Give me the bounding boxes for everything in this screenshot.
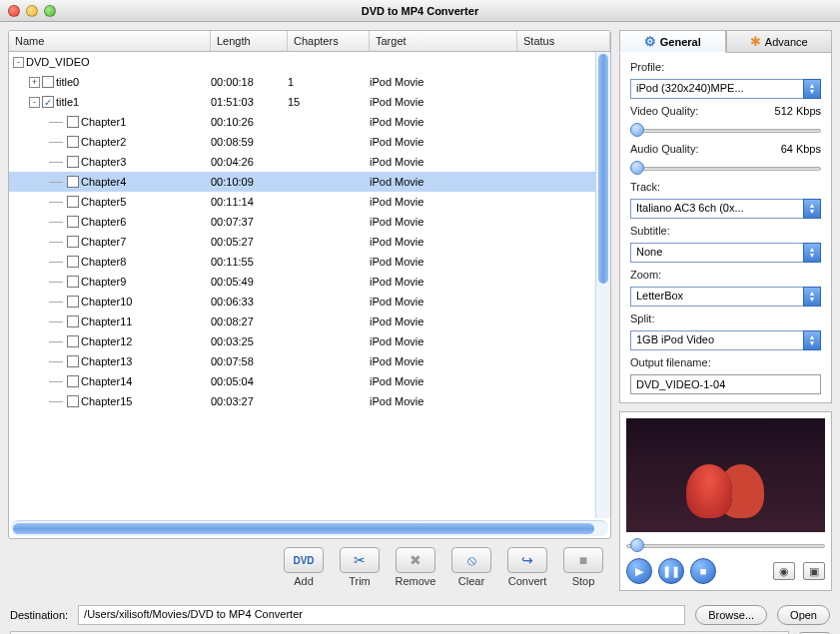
- table-row[interactable]: Chapter800:11:55iPod Movie: [9, 252, 610, 272]
- titlebar: DVD to MP4 Converter: [0, 0, 840, 22]
- checkbox[interactable]: [67, 236, 79, 248]
- track-select[interactable]: Italiano AC3 6ch (0x...▲▼: [630, 199, 821, 219]
- table-row[interactable]: Chapter700:05:27iPod Movie: [9, 232, 610, 252]
- table-row[interactable]: Chapter1500:03:27iPod Movie: [9, 391, 610, 411]
- clear-button[interactable]: ⦸Clear: [447, 547, 495, 587]
- chevron-updown-icon: ▲▼: [803, 330, 821, 350]
- checkbox[interactable]: [67, 296, 79, 308]
- snapshot-button[interactable]: ◉: [773, 562, 795, 580]
- pause-icon: ❚❚: [662, 565, 680, 578]
- preview-seek-slider[interactable]: [626, 538, 825, 552]
- table-row[interactable]: Chapter500:11:14iPod Movie: [9, 192, 610, 212]
- preview-panel: ▶ ❚❚ ■ ◉ ▣: [619, 411, 832, 591]
- profile-label: Profile:: [630, 61, 821, 73]
- video-quality-slider[interactable]: [630, 123, 821, 137]
- zoom-label: Zoom:: [630, 269, 821, 281]
- checkbox[interactable]: [67, 395, 79, 407]
- snapshot-folder-button[interactable]: ▣: [803, 562, 825, 580]
- row-name: title1: [56, 96, 79, 108]
- expand-toggle[interactable]: -: [29, 97, 40, 108]
- settings-panel: Profile: iPod (320x240)MPE...▲▼ Video Qu…: [619, 53, 832, 403]
- table-row[interactable]: Chapter1000:06:33iPod Movie: [9, 292, 610, 312]
- checkbox[interactable]: ✓: [42, 96, 54, 108]
- table-row[interactable]: Chapter400:10:09iPod Movie: [9, 172, 610, 192]
- pause-button[interactable]: ❚❚: [658, 558, 684, 584]
- destination-path[interactable]: /Users/xilisoft/Movies/DVD to MP4 Conver…: [78, 605, 685, 625]
- remove-button[interactable]: ✖Remove: [392, 547, 439, 587]
- table-row[interactable]: Chapter1200:03:25iPod Movie: [9, 331, 610, 351]
- row-name: Chapter15: [81, 395, 132, 407]
- row-name: Chapter12: [81, 335, 132, 347]
- checkbox[interactable]: [67, 335, 79, 347]
- browse-button[interactable]: Browse...: [695, 605, 767, 625]
- split-select[interactable]: 1GB iPod Video▲▼: [630, 330, 821, 350]
- col-status[interactable]: Status: [517, 31, 610, 51]
- add-button[interactable]: DVDAdd: [280, 547, 328, 587]
- source-table: Name Length Chapters Target Status - DVD…: [8, 30, 611, 539]
- checkbox[interactable]: [67, 355, 79, 367]
- table-row[interactable]: -✓ title101:51:0315iPod Movie: [9, 92, 610, 112]
- checkbox[interactable]: [67, 256, 79, 268]
- checkbox[interactable]: [67, 136, 79, 148]
- tree-line-icon: [49, 282, 63, 283]
- row-name: Chapter6: [81, 216, 126, 228]
- chevron-updown-icon: ▲▼: [803, 199, 821, 219]
- checkbox[interactable]: [67, 176, 79, 188]
- profile-select[interactable]: iPod (320x240)MPE...▲▼: [630, 79, 821, 99]
- row-name: Chapter8: [81, 256, 126, 268]
- toolbar: DVDAdd ✂Trim ✖Remove ⦸Clear ↪Convert ■St…: [8, 539, 611, 591]
- stop-button[interactable]: ■Stop: [559, 547, 607, 587]
- table-row[interactable]: - DVD_VIDEO: [9, 52, 610, 72]
- tree-line-icon: [49, 401, 63, 402]
- col-name[interactable]: Name: [9, 31, 211, 51]
- checkbox[interactable]: [67, 196, 79, 208]
- table-row[interactable]: Chapter200:08:59iPod Movie: [9, 132, 610, 152]
- table-header: Name Length Chapters Target Status: [9, 31, 610, 52]
- row-name: Chapter10: [81, 296, 132, 308]
- stop-icon: ■: [700, 565, 707, 577]
- camera-icon: ◉: [779, 565, 789, 578]
- row-name: Chapter4: [81, 176, 126, 188]
- checkbox[interactable]: [67, 216, 79, 228]
- table-row[interactable]: Chapter100:10:26iPod Movie: [9, 112, 610, 132]
- checkbox[interactable]: [42, 76, 54, 88]
- trim-button[interactable]: ✂Trim: [336, 547, 384, 587]
- checkbox[interactable]: [67, 116, 79, 128]
- folder-icon: ▣: [809, 565, 819, 578]
- subtitle-select[interactable]: None▲▼: [630, 243, 821, 263]
- table-row[interactable]: Chapter900:05:49iPod Movie: [9, 272, 610, 292]
- checkbox[interactable]: [67, 375, 79, 387]
- convert-icon: ↪: [507, 547, 547, 573]
- output-filename-input[interactable]: [630, 374, 821, 394]
- tree-line-icon: [49, 162, 63, 163]
- table-row[interactable]: + title000:00:181iPod Movie: [9, 72, 610, 92]
- vertical-scrollbar[interactable]: [595, 52, 610, 518]
- col-chapters[interactable]: Chapters: [288, 31, 370, 51]
- checkbox[interactable]: [67, 276, 79, 288]
- play-button[interactable]: ▶: [626, 558, 652, 584]
- col-target[interactable]: Target: [370, 31, 517, 51]
- table-row[interactable]: Chapter1300:07:58iPod Movie: [9, 351, 610, 371]
- zoom-select[interactable]: LetterBox▲▼: [630, 287, 821, 307]
- convert-button[interactable]: ↪Convert: [503, 547, 551, 587]
- settings-tabs: ⚙General ✱Advance: [619, 30, 832, 53]
- play-icon: ▶: [635, 565, 643, 578]
- preview-stop-button[interactable]: ■: [690, 558, 716, 584]
- table-row[interactable]: Chapter600:07:37iPod Movie: [9, 212, 610, 232]
- tab-advance[interactable]: ✱Advance: [726, 30, 833, 53]
- col-length[interactable]: Length: [211, 31, 288, 51]
- horizontal-scrollbar[interactable]: [11, 520, 608, 536]
- checkbox[interactable]: [67, 156, 79, 168]
- audio-quality-slider[interactable]: [630, 161, 821, 175]
- expand-toggle[interactable]: +: [29, 77, 40, 88]
- dvd-icon: DVD: [284, 547, 324, 573]
- checkbox[interactable]: [67, 316, 79, 327]
- expand-toggle[interactable]: -: [13, 57, 24, 68]
- table-row[interactable]: Chapter1400:05:04iPod Movie: [9, 371, 610, 391]
- open-button[interactable]: Open: [777, 605, 830, 625]
- tab-general[interactable]: ⚙General: [619, 30, 726, 53]
- gear-icon: ⚙: [644, 34, 656, 49]
- table-row[interactable]: Chapter300:04:26iPod Movie: [9, 152, 610, 172]
- audio-quality-label: Audio Quality:: [630, 143, 698, 155]
- table-row[interactable]: Chapter1100:08:27iPod Movie: [9, 312, 610, 331]
